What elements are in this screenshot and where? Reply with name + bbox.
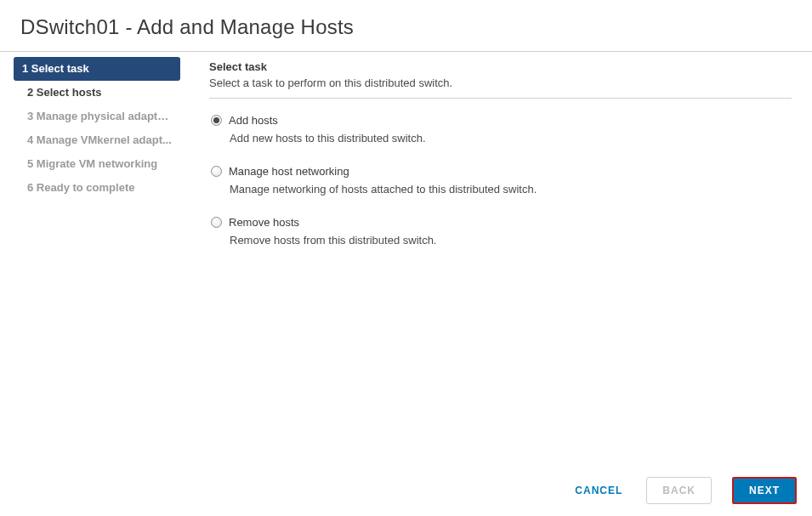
next-button[interactable]: NEXT <box>732 477 797 504</box>
option-label[interactable]: Remove hosts <box>229 216 299 229</box>
radio-manage-host-networking[interactable] <box>211 166 222 177</box>
step-label: Manage VMkernel adapt... <box>37 133 172 146</box>
radio-add-hosts[interactable] <box>211 115 222 126</box>
option-label[interactable]: Manage host networking <box>229 165 349 178</box>
step-number: 5 <box>27 157 33 170</box>
option-row[interactable]: Manage host networking <box>211 165 792 178</box>
wizard-dialog: DSwitch01 - Add and Manage Hosts 1 Selec… <box>0 0 812 460</box>
dialog-header: DSwitch01 - Add and Manage Hosts <box>0 0 812 52</box>
step-number: 6 <box>27 181 33 194</box>
option-row[interactable]: Remove hosts <box>211 216 792 229</box>
option-row[interactable]: Add hosts <box>211 114 792 127</box>
option-label[interactable]: Add hosts <box>229 114 278 127</box>
step-manage-physical-adapters: 3 Manage physical adapters <box>14 105 180 128</box>
dialog-footer: CANCEL BACK NEXT <box>571 477 797 504</box>
step-label: Ready to complete <box>37 181 135 194</box>
cancel-button[interactable]: CANCEL <box>571 478 626 503</box>
step-label: Manage physical adapters <box>37 110 174 122</box>
step-ready-to-complete: 6 Ready to complete <box>14 176 180 200</box>
step-label: Select hosts <box>37 86 102 99</box>
option-description: Manage networking of hosts attached to t… <box>211 183 792 196</box>
option-manage-host-networking: Manage host networking Manage networking… <box>209 165 792 196</box>
option-description: Add new hosts to this distributed switch… <box>211 132 792 145</box>
step-number: 2 <box>27 86 33 99</box>
step-migrate-vm-networking: 5 Migrate VM networking <box>14 152 180 176</box>
section-title: Select task <box>209 60 792 73</box>
step-number: 1 <box>22 62 28 75</box>
option-add-hosts: Add hosts Add new hosts to this distribu… <box>209 114 792 145</box>
radio-remove-hosts[interactable] <box>211 217 222 228</box>
wizard-steps-sidebar: 1 Select task 2 Select hosts 3 Manage ph… <box>0 52 185 460</box>
step-label: Migrate VM networking <box>37 157 157 170</box>
step-number: 4 <box>27 133 33 146</box>
dialog-body: 1 Select task 2 Select hosts 3 Manage ph… <box>0 52 812 460</box>
back-button: BACK <box>646 477 712 504</box>
wizard-content: Select task Select a task to perform on … <box>185 52 812 460</box>
step-label: Select task <box>31 62 89 75</box>
option-description: Remove hosts from this distributed switc… <box>211 234 792 247</box>
section-divider <box>209 98 792 99</box>
option-remove-hosts: Remove hosts Remove hosts from this dist… <box>209 216 792 247</box>
dialog-title: DSwitch01 - Add and Manage Hosts <box>20 15 792 39</box>
section-description: Select a task to perform on this distrib… <box>209 77 792 89</box>
step-manage-vmkernel-adapters: 4 Manage VMkernel adapt... <box>14 128 180 152</box>
step-select-task[interactable]: 1 Select task <box>14 57 180 81</box>
step-select-hosts[interactable]: 2 Select hosts <box>14 81 180 105</box>
step-number: 3 <box>27 110 33 122</box>
